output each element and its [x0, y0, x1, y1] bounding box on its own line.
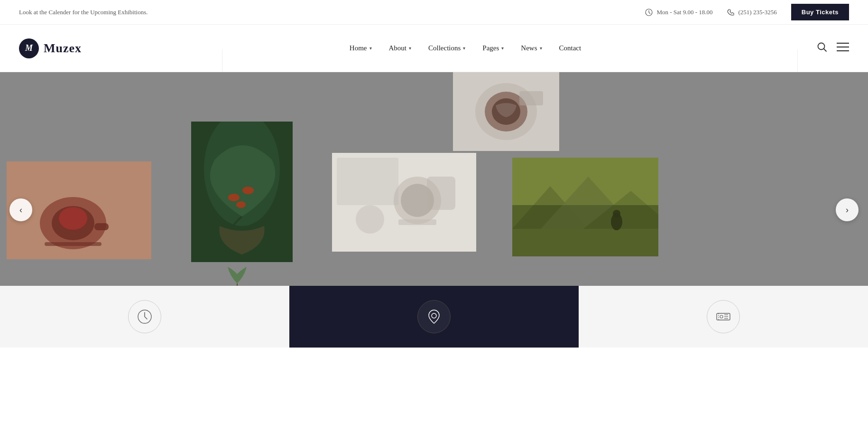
announcement: Look at the Calender for the Upcoming Ex…	[19, 9, 148, 16]
buy-tickets-button[interactable]: Buy Tickets	[791, 4, 849, 20]
nav-item-news[interactable]: News ▾	[521, 42, 542, 54]
nav-item-about[interactable]: About ▾	[389, 42, 412, 54]
gallery-card-3	[332, 153, 476, 252]
nav-item-home[interactable]: Home ▾	[350, 42, 372, 54]
chevron-down-icon: ▾	[463, 46, 465, 51]
info-segment-hours	[0, 286, 289, 348]
hours: Mon - Sat 9.00 - 18.00	[645, 9, 712, 16]
top-bar: Look at the Calender for the Upcoming Ex…	[0, 0, 868, 25]
gallery-card-5	[512, 158, 658, 256]
hours-icon-circle	[128, 300, 161, 333]
chevron-down-icon: ▾	[369, 46, 372, 51]
ticket-icon	[715, 308, 732, 325]
clock-large-icon	[136, 308, 153, 325]
main-nav: Home ▾ About ▾ Collections ▾ Pages ▾ New…	[114, 42, 817, 54]
nav-actions	[817, 42, 849, 55]
svg-rect-17	[191, 122, 293, 262]
svg-point-45	[720, 315, 723, 318]
search-icon[interactable]	[817, 42, 827, 55]
location-icon	[425, 308, 443, 325]
logo[interactable]: M Muzex	[19, 38, 114, 58]
gallery-card-4	[453, 72, 559, 151]
chevron-down-icon: ▾	[540, 46, 542, 51]
phone-icon	[727, 9, 735, 16]
gallery-card-2	[191, 122, 293, 262]
logo-text: Muzex	[44, 41, 82, 56]
nav-item-contact[interactable]: Contact	[559, 42, 582, 54]
location-icon-circle	[417, 300, 451, 333]
phone: (251) 235-3256	[727, 9, 777, 16]
header: M Muzex Home ▾ About ▾ Collections ▾ Pag…	[0, 25, 868, 72]
info-bar	[0, 286, 868, 348]
svg-rect-25	[332, 153, 476, 252]
menu-icon[interactable]	[837, 42, 849, 55]
chevron-down-icon: ▾	[409, 46, 411, 51]
chevron-down-icon: ▾	[501, 46, 504, 51]
clock-icon	[645, 9, 653, 16]
carousel-next-button[interactable]: ›	[836, 198, 859, 221]
svg-point-43	[432, 313, 436, 318]
logo-icon: M	[19, 38, 39, 58]
top-bar-right: Mon - Sat 9.00 - 18.00 (251) 235-3256 Bu…	[645, 4, 849, 20]
info-segment-tickets	[579, 286, 868, 348]
svg-rect-40	[512, 158, 658, 256]
info-segment-location	[289, 286, 579, 348]
svg-rect-31	[453, 72, 559, 151]
nav-item-collections[interactable]: Collections ▾	[428, 42, 465, 54]
ticket-icon-circle	[707, 300, 740, 333]
nav-item-pages[interactable]: Pages ▾	[482, 42, 504, 54]
carousel-prev-button[interactable]: ‹	[9, 198, 32, 221]
gallery-section: ‹ ›	[0, 72, 868, 348]
